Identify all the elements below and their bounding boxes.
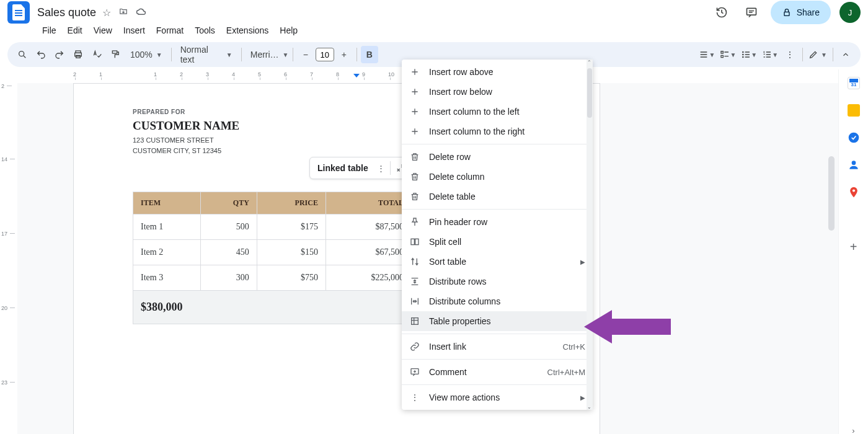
ctx-shortcut: Ctrl+K xyxy=(563,342,585,352)
menu-help[interactable]: Help xyxy=(275,23,303,38)
ctx-label: Split cell xyxy=(429,237,461,247)
move-icon[interactable] xyxy=(118,7,128,19)
ctx-comment[interactable]: CommentCtrl+Alt+M xyxy=(402,362,593,382)
side-panel: 31 + › xyxy=(838,69,868,434)
indent-marker-icon[interactable] xyxy=(353,74,360,78)
search-menus-icon[interactable] xyxy=(14,46,31,63)
ctx-distribute-columns[interactable]: Distribute columns xyxy=(402,291,593,311)
more-toolbar-icon[interactable]: ⋮ xyxy=(781,46,799,63)
sales-table[interactable]: ITEM QTY PRICE TOTAL Item 1 500 $175 $87… xyxy=(133,192,412,324)
linked-table-toolbar: Linked table ⋮ xyxy=(309,157,410,179)
ctx-pin-header-row[interactable]: Pin header row xyxy=(402,212,593,232)
cloud-status-icon[interactable] xyxy=(136,7,147,19)
submenu-arrow-icon: ▶ xyxy=(580,259,585,265)
ctx-distribute-rows[interactable]: Distribute rows xyxy=(402,272,593,291)
ctx-insert-row-below[interactable]: Insert row below xyxy=(402,82,593,102)
font-size-input[interactable] xyxy=(316,48,334,61)
callout-arrow-icon xyxy=(584,305,671,348)
svg-rect-16 xyxy=(412,318,418,325)
document-title[interactable]: Sales quote xyxy=(37,6,96,19)
ctx-insert-column-to-the-right[interactable]: Insert column to the right xyxy=(402,122,593,141)
context-menu-scrollbar[interactable] xyxy=(587,60,593,410)
undo-icon[interactable] xyxy=(32,46,50,63)
sort-icon xyxy=(409,256,420,267)
link-icon xyxy=(409,341,420,352)
title-bar: Sales quote ☆ Share J xyxy=(0,0,868,21)
tasks-app-icon[interactable] xyxy=(848,131,860,144)
maps-app-icon[interactable] xyxy=(848,186,860,198)
linked-options-icon[interactable]: ⋮ xyxy=(377,164,385,173)
submenu-arrow-icon: ▶ xyxy=(580,394,585,401)
context-menu-separator xyxy=(402,144,593,144)
col-total[interactable]: TOTAL xyxy=(326,192,411,215)
menu-file[interactable]: File xyxy=(37,23,61,38)
grand-total[interactable]: $380,000 xyxy=(133,291,412,324)
menu-view[interactable]: View xyxy=(89,23,117,38)
scrollbar-thumb[interactable] xyxy=(828,156,835,231)
account-avatar[interactable]: J xyxy=(839,2,861,23)
calendar-app-icon[interactable]: 31 xyxy=(848,77,860,89)
contacts-app-icon[interactable] xyxy=(848,159,860,171)
docs-logo-icon[interactable] xyxy=(7,1,30,24)
redo-icon[interactable] xyxy=(51,46,68,63)
ctx-insert-row-above[interactable]: Insert row above xyxy=(402,62,593,82)
svg-rect-14 xyxy=(411,239,414,244)
align-dropdown[interactable]: ▼ xyxy=(697,46,717,63)
ctx-sort-table[interactable]: Sort table▶ xyxy=(402,252,593,272)
numbered-list-icon[interactable]: ▼ xyxy=(760,46,780,63)
decrease-font-icon[interactable]: − xyxy=(297,46,314,63)
col-qty[interactable]: QTY xyxy=(200,192,257,215)
collapse-toolbar-icon[interactable] xyxy=(837,46,854,63)
ctx-label: Delete row xyxy=(429,152,471,162)
menu-extensions[interactable]: Extensions xyxy=(221,23,273,38)
ctx-label: Insert row below xyxy=(429,87,492,97)
history-icon[interactable] xyxy=(711,2,732,23)
ctx-label: Insert link xyxy=(429,342,466,352)
ctx-table-properties[interactable]: Table properties xyxy=(402,311,593,331)
font-family-dropdown[interactable]: Merri… ▼ xyxy=(246,46,289,63)
ctx-insert-column-to-the-left[interactable]: Insert column to the left xyxy=(402,102,593,122)
chevron-down-icon: ▼ xyxy=(156,51,162,58)
ctx-delete-row[interactable]: Delete row xyxy=(402,147,593,167)
svg-rect-7 xyxy=(721,51,723,53)
table-row[interactable]: Item 3 300 $750 $225,000 xyxy=(133,265,412,291)
ctx-split-cell[interactable]: Split cell xyxy=(402,232,593,252)
share-button[interactable]: Share xyxy=(771,1,831,24)
table-row[interactable]: Item 1 500 $175 $87,500 xyxy=(133,215,412,240)
menu-insert[interactable]: Insert xyxy=(118,23,150,38)
menu-tools[interactable]: Tools xyxy=(190,23,220,38)
ctx-delete-table[interactable]: Delete table xyxy=(402,187,593,206)
hide-sidepanel-icon[interactable]: › xyxy=(848,424,860,434)
comments-icon[interactable] xyxy=(741,2,762,23)
scrollbar-thumb[interactable] xyxy=(587,68,592,118)
col-item[interactable]: ITEM xyxy=(133,192,201,215)
editing-mode-dropdown[interactable]: ▼ xyxy=(807,46,829,63)
ctx-insert-link[interactable]: Insert linkCtrl+K xyxy=(402,337,593,356)
menu-edit[interactable]: Edit xyxy=(63,23,87,38)
checklist-icon[interactable]: ▼ xyxy=(718,46,738,63)
bold-button[interactable]: B xyxy=(361,46,378,63)
star-icon[interactable]: ☆ xyxy=(102,7,111,19)
paint-format-icon[interactable] xyxy=(107,46,124,63)
chevron-down-icon: ▼ xyxy=(283,51,289,58)
table-total-row[interactable]: $380,000 xyxy=(133,291,412,324)
zoom-dropdown[interactable]: 100% ▼ xyxy=(125,46,167,63)
bulleted-list-icon[interactable]: ▼ xyxy=(739,46,759,63)
share-label: Share xyxy=(797,7,820,17)
print-icon[interactable] xyxy=(69,46,87,63)
pin-icon xyxy=(409,216,420,228)
ctx-label: Sort table xyxy=(429,257,466,267)
col-price[interactable]: PRICE xyxy=(257,192,326,215)
vertical-ruler: 2 14 17 20 23 xyxy=(0,69,17,434)
increase-font-icon[interactable]: + xyxy=(335,46,353,63)
add-apps-icon[interactable]: + xyxy=(848,241,860,253)
paragraph-style-dropdown[interactable]: Normal text ▼ xyxy=(175,46,237,63)
table-row[interactable]: Item 2 450 $150 $67,500 xyxy=(133,240,412,265)
menu-format[interactable]: Format xyxy=(151,23,188,38)
page-scrollbar[interactable] xyxy=(828,69,836,434)
spellcheck-icon[interactable] xyxy=(88,46,105,63)
ctx-view-more-actions[interactable]: ⋮View more actions▶ xyxy=(402,388,593,407)
ctx-delete-column[interactable]: Delete column xyxy=(402,167,593,187)
lock-icon xyxy=(782,7,792,17)
keep-app-icon[interactable] xyxy=(848,104,860,117)
